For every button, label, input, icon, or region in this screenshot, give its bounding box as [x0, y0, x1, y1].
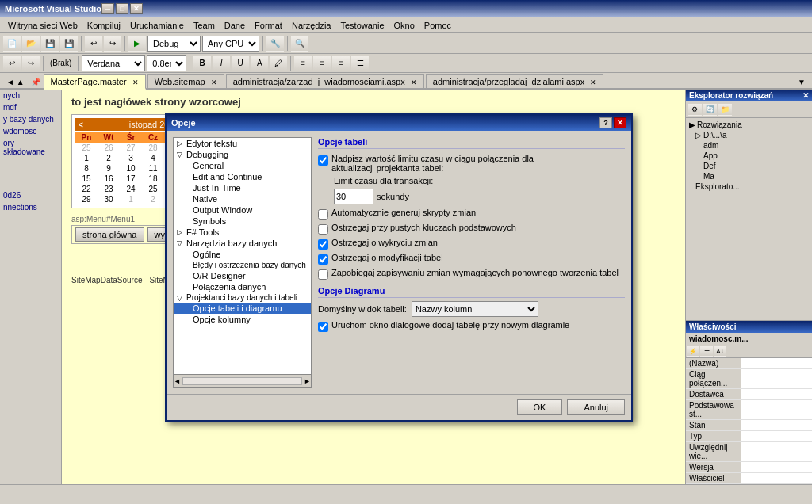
close-button[interactable]: ✕	[130, 3, 143, 14]
left-item-wdomosc[interactable]: wdomosc	[0, 125, 61, 137]
ok-button[interactable]: OK	[517, 399, 563, 415]
cal-cell[interactable]: 29	[75, 194, 98, 204]
attach-button[interactable]: 🔧	[266, 36, 284, 52]
save-button[interactable]: 💾	[41, 36, 59, 52]
left-item-0d26[interactable]: 0d26	[0, 189, 61, 201]
solution-explorer-close[interactable]: ✕	[802, 91, 809, 100]
cal-cell[interactable]: 17	[120, 174, 142, 184]
tab-przegladaj-close[interactable]: ✕	[590, 78, 596, 86]
run-button[interactable]: ▶	[128, 36, 146, 52]
tab-zarządzanie[interactable]: administracja/zarzad_j_wiadomosciami.asp…	[226, 74, 424, 88]
search-button[interactable]: 🔍	[291, 36, 308, 52]
cpu-dropdown[interactable]: Any CPU x86 x64	[202, 36, 259, 52]
underline-button[interactable]: U	[232, 55, 249, 71]
sol-btn1[interactable]: ⚙	[688, 103, 702, 116]
new-project-button[interactable]: 📄	[3, 36, 21, 52]
sol-item-app[interactable]: App	[688, 151, 810, 161]
highlight-button[interactable]: 🖊	[270, 55, 287, 71]
cal-cell[interactable]: 10	[120, 163, 142, 174]
checkbox-nadpisz[interactable]	[318, 155, 328, 166]
font-color-button[interactable]: A	[251, 55, 268, 71]
tree-native[interactable]: Native	[174, 193, 311, 204]
pin-button[interactable]: 📌	[28, 76, 44, 88]
sol-item-ma[interactable]: Ma	[688, 171, 810, 181]
checkbox-open-dialog[interactable]	[318, 322, 328, 332]
list-button[interactable]: ☰	[351, 55, 369, 71]
default-view-select[interactable]: Nazwy kolumn Standardowy Klucze Tylko na…	[412, 301, 538, 317]
cancel-button[interactable]: Anuluj	[567, 399, 625, 415]
tree-opcje-tabeli-diagramu[interactable]: Opcje tabeli i diagramu	[174, 303, 311, 314]
maximize-button[interactable]: □	[116, 3, 128, 14]
sol-btn3[interactable]: 📁	[718, 103, 732, 116]
checkbox-ostrzegaj-pustych[interactable]	[318, 224, 328, 235]
cal-cell[interactable]: 9	[98, 163, 120, 174]
tree-just-in-time[interactable]: Just-In-Time	[174, 182, 311, 193]
bold-button[interactable]: B	[193, 55, 211, 71]
props-btn2[interactable]: ☰	[700, 346, 713, 357]
tree-editor-tekstu[interactable]: ▷ Edytor tekstu	[174, 138, 311, 149]
cal-cell[interactable]: 25	[75, 143, 98, 153]
tree-edit-continue[interactable]: Edit and Continue	[174, 171, 311, 182]
title-buttons[interactable]: ─ □ ✕	[102, 3, 143, 14]
tree-fsharp[interactable]: ▷ F# Tools	[174, 227, 311, 238]
tree-general[interactable]: General	[174, 160, 311, 171]
tree-scroll-thumb[interactable]	[182, 377, 302, 385]
format-btn2[interactable]: ↪	[22, 55, 40, 71]
cal-cell[interactable]: 2	[142, 194, 164, 204]
cal-cell[interactable]: 25	[142, 184, 164, 194]
cal-cell[interactable]: 26	[98, 143, 120, 153]
tab-masterpage[interactable]: MasterPage.master ✕	[44, 74, 146, 90]
minimize-button[interactable]: ─	[102, 3, 114, 14]
dialog-help-button[interactable]: ?	[599, 117, 612, 128]
checkbox-ostrzegaj-modyfikacji[interactable]	[318, 254, 328, 265]
menu-team[interactable]: Team	[189, 19, 220, 32]
sol-btn2[interactable]: 🔄	[703, 103, 717, 116]
cal-cell[interactable]: 23	[98, 184, 120, 194]
cal-cell[interactable]: 8	[75, 163, 98, 174]
menu-okno[interactable]: Okno	[389, 19, 419, 32]
cal-cell[interactable]: 16	[98, 174, 120, 184]
redo-button[interactable]: ↪	[104, 36, 121, 52]
align-right-button[interactable]: ≡	[332, 55, 350, 71]
cal-cell[interactable]: 22	[75, 184, 98, 194]
checkbox-ostrzegaj-wykryciu[interactable]	[318, 239, 328, 250]
props-btn3[interactable]: A↓	[714, 346, 726, 357]
sol-item-rozwiazania[interactable]: ▶ Rozwiązania	[688, 120, 810, 130]
cal-cell[interactable]: 18	[142, 174, 164, 184]
panel-toggle[interactable]: ◄ ▲	[3, 76, 28, 88]
left-item-ory[interactable]: ory składowane	[0, 137, 61, 158]
font-dropdown[interactable]: Verdana	[82, 55, 145, 71]
menu-dane[interactable]: Dane	[220, 19, 250, 32]
cal-cell[interactable]: 1	[75, 153, 98, 163]
fontsize-dropdown[interactable]: 0.8em	[147, 55, 186, 71]
left-item-mdf[interactable]: mdf	[0, 101, 61, 113]
dialog-tree[interactable]: ▷ Edytor tekstu ▽ Debugging General	[173, 137, 312, 375]
tree-narzedzia-bazy[interactable]: ▽ Narzędzia bazy danych	[174, 238, 311, 249]
tab-websitemap[interactable]: Web.sitemap ✕	[147, 74, 224, 88]
tab-masterpage-close[interactable]: ✕	[132, 78, 139, 86]
sol-item-def[interactable]: Def	[688, 161, 810, 171]
tree-scrollbar-h[interactable]: ◄ ►	[173, 375, 312, 388]
menu-testowanie[interactable]: Testowanie	[335, 19, 389, 32]
menu-narzedzia[interactable]: Narzędzia	[287, 19, 336, 32]
cal-cell[interactable]: 24	[120, 184, 142, 194]
left-item-nnections[interactable]: nnections	[0, 201, 61, 213]
tree-opcje-kolumny[interactable]: Opcje kolumny	[174, 314, 311, 325]
checkbox-auto-generuj[interactable]	[318, 209, 328, 220]
tree-output-window[interactable]: Output Window	[174, 204, 311, 216]
cal-cell[interactable]: 27	[120, 143, 142, 153]
tree-or-designer[interactable]: O/R Designer	[174, 270, 311, 281]
align-left-button[interactable]: ≡	[294, 55, 312, 71]
tab-przegladaj[interactable]: administracja/przegladaj_dzialami.aspx ✕	[426, 74, 603, 88]
open-button[interactable]: 📂	[22, 36, 40, 52]
tree-scroll-left[interactable]: ◄	[174, 377, 181, 385]
sol-item-adm[interactable]: adm	[688, 140, 810, 151]
tab-websitemap-close[interactable]: ✕	[211, 78, 217, 86]
italic-button[interactable]: I	[213, 55, 230, 71]
menu-witryna[interactable]: Witryna sieci Web	[3, 19, 82, 32]
menu-pomoc[interactable]: Pomoc	[419, 19, 456, 32]
menu-uruchamianie[interactable]: Uruchamianie	[125, 19, 189, 32]
cal-cell[interactable]: 15	[75, 174, 98, 184]
left-item-nych[interactable]: nych	[0, 90, 61, 101]
timeout-input[interactable]	[334, 189, 373, 204]
